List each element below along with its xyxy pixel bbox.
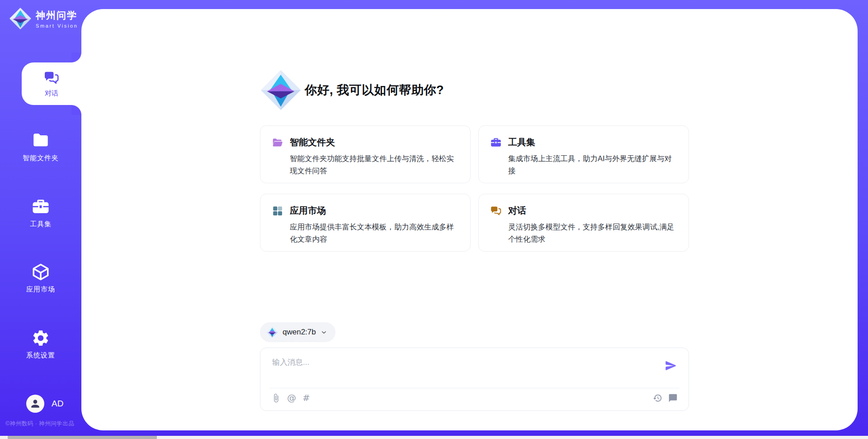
chat-bubbles-icon — [43, 70, 60, 86]
welcome-header: 你好, 我可以如何帮助你? — [260, 69, 444, 111]
card-description: 应用市场提供丰富长文本模板，助力高效生成多样化文章内容 — [290, 221, 458, 245]
feature-cards: 智能文件夹 智能文件夹功能支持批量文件上传与清洗，轻松实现文件问答 工具集 集成… — [260, 125, 689, 252]
sidebar-item-label: 对话 — [45, 89, 58, 98]
comment-icon — [668, 393, 678, 403]
brand-gem-logo-icon — [9, 6, 32, 31]
history-icon — [653, 393, 662, 403]
sidebar-item-system-settings[interactable]: 系统设置 — [0, 329, 81, 360]
card-smart-folders[interactable]: 智能文件夹 智能文件夹功能支持批量文件上传与清洗，轻松实现文件问答 — [260, 125, 471, 183]
briefcase-icon — [490, 137, 502, 148]
active-tab-flare-top — [71, 52, 81, 62]
paperclip-icon — [271, 393, 281, 403]
gem-logo-icon — [266, 326, 278, 338]
footer-credit: ©神州数码 · 神州问学出品 — [5, 420, 83, 428]
card-title: 应用市场 — [290, 205, 326, 217]
card-chat[interactable]: 对话 灵活切换多模型文件，支持多样回复效果调试,满足个性化需求 — [478, 194, 689, 252]
mention-button[interactable]: @ — [287, 393, 296, 403]
card-description: 灵活切换多模型文件，支持多样回复效果调试,满足个性化需求 — [508, 221, 676, 245]
composer-divider — [269, 388, 679, 388]
attach-button[interactable] — [271, 393, 281, 403]
user-profile[interactable]: AD — [26, 395, 63, 413]
hashtag-icon: # — [302, 393, 310, 403]
card-title: 对话 — [508, 205, 526, 217]
card-description: 集成市场上主流工具，助力AI与外界无缝扩展与对接 — [508, 153, 676, 177]
message-input[interactable] — [271, 356, 648, 384]
model-name: qwen2:7b — [283, 328, 316, 337]
gear-icon — [31, 329, 50, 348]
message-composer: @ # — [260, 348, 689, 411]
brand-name: 神州问学 — [36, 9, 78, 22]
scrollbar-thumb[interactable] — [8, 436, 157, 439]
sidebar-item-toolset[interactable]: 工具集 — [0, 197, 81, 229]
user-name: AD — [52, 399, 63, 409]
history-button[interactable] — [653, 393, 662, 403]
hashtag-button[interactable]: # — [302, 393, 310, 403]
sidebar: 神州问学 Smart Vision 对话 智能文件夹 工具集 应用市场 系统设置 — [0, 0, 81, 439]
model-selector[interactable]: qwen2:7b — [260, 322, 335, 342]
send-button[interactable] — [665, 359, 677, 372]
sidebar-item-label: 系统设置 — [0, 351, 81, 360]
sidebar-item-chat[interactable]: 对话 — [22, 62, 81, 105]
sidebar-item-label: 智能文件夹 — [0, 154, 81, 162]
card-toolset[interactable]: 工具集 集成市场上主流工具，助力AI与外界无缝扩展与对接 — [478, 125, 689, 183]
send-icon — [665, 359, 677, 372]
person-icon — [29, 398, 41, 410]
comment-button[interactable] — [668, 393, 678, 403]
card-app-market[interactable]: 应用市场 应用市场提供丰富长文本模板，助力高效生成多样化文章内容 — [260, 194, 471, 252]
briefcase-icon — [31, 197, 50, 216]
main-panel: 你好, 我可以如何帮助你? 智能文件夹 智能文件夹功能支持批量文件上传与清洗，轻… — [81, 9, 858, 430]
active-tab-flare-bottom — [71, 105, 81, 115]
brand-subtitle: Smart Vision — [36, 23, 78, 29]
horizontal-scrollbar[interactable] — [0, 436, 868, 439]
card-title: 智能文件夹 — [290, 136, 335, 148]
sidebar-item-app-market[interactable]: 应用市场 — [0, 262, 81, 294]
folder-open-icon — [272, 137, 283, 148]
avatar — [26, 395, 44, 413]
greeting-title: 你好, 我可以如何帮助你? — [305, 82, 444, 98]
brand: 神州问学 Smart Vision — [9, 6, 78, 31]
sidebar-item-label: 应用市场 — [0, 285, 81, 294]
chat-bubbles-icon — [490, 205, 502, 217]
chevron-down-icon — [321, 329, 327, 336]
cube-icon — [31, 262, 50, 282]
card-title: 工具集 — [508, 136, 535, 148]
mention-icon: @ — [287, 393, 296, 403]
sidebar-item-smart-folders[interactable]: 智能文件夹 — [0, 131, 81, 162]
app-screen: 神州问学 Smart Vision 对话 智能文件夹 工具集 应用市场 系统设置 — [0, 0, 868, 439]
main-content: 你好, 我可以如何帮助你? 智能文件夹 智能文件夹功能支持批量文件上传与清洗，轻… — [260, 9, 689, 430]
apps-grid-icon — [272, 205, 283, 217]
welcome-gem-logo-icon — [260, 69, 302, 111]
card-description: 智能文件夹功能支持批量文件上传与清洗，轻松实现文件问答 — [290, 153, 458, 177]
sidebar-item-label: 工具集 — [0, 220, 81, 229]
folder-icon — [31, 131, 50, 150]
